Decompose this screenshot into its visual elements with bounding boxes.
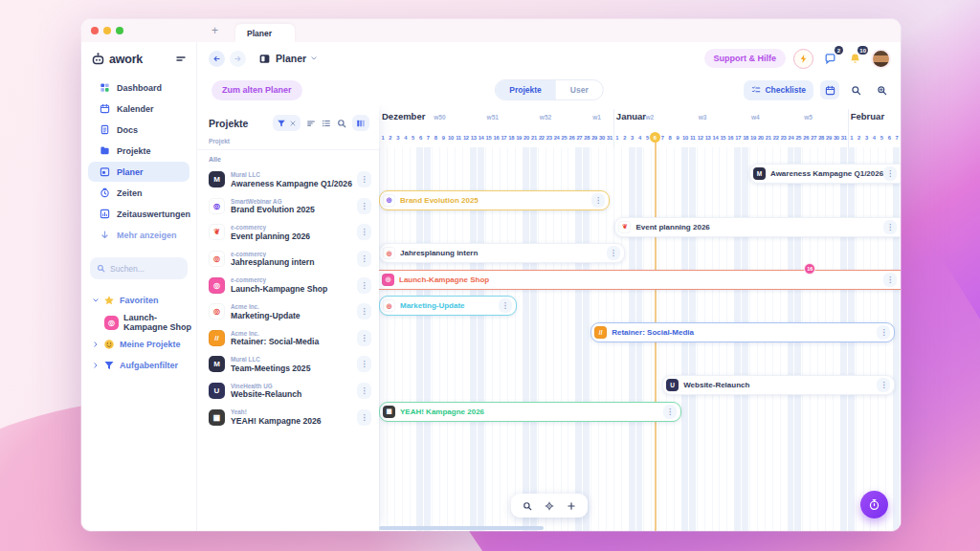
center-today-icon[interactable] <box>545 501 554 511</box>
sidebar-item-zeitauswertungen[interactable]: Zeitauswertungen <box>88 204 189 224</box>
close-window-button[interactable] <box>91 27 99 34</box>
month-label: Dezember <box>382 111 425 121</box>
sidebar-item-kalender[interactable]: Kalender <box>88 99 189 119</box>
gantt-bar[interactable]: ▦YEAH! Kampagne 2026⋮ <box>379 402 681 422</box>
bar-menu-button[interactable]: ⋮ <box>499 298 512 313</box>
quick-actions-button[interactable] <box>793 49 813 69</box>
row-menu-button[interactable]: ⋮ <box>357 171 371 187</box>
gantt-bar[interactable]: ◎Jahresplanung intern⋮ <box>379 243 625 263</box>
project-panel-tools <box>273 115 369 131</box>
bar-menu-button[interactable]: ⋮ <box>883 166 897 181</box>
main-area: Planer Support & Hilfe 2 10 <box>196 42 901 531</box>
row-menu-button[interactable]: ⋮ <box>357 409 371 426</box>
zoom-out-icon[interactable] <box>523 501 532 511</box>
timeline-search-button[interactable] <box>846 80 865 99</box>
zoom-search-icon <box>877 85 887 96</box>
support-help-button[interactable]: Support & Hilfe <box>704 49 787 68</box>
checklist-button[interactable]: Checkliste <box>744 80 813 100</box>
day-number: 23 <box>546 132 553 143</box>
bar-menu-button[interactable]: ⋮ <box>663 405 677 419</box>
gantt-bar[interactable]: ◎Launch-Kampagne Shop⋮ <box>379 270 901 290</box>
gantt-timeline[interactable]: DezemberJanuarFebruarw50w51w52w1w2w3w4w5… <box>379 105 901 531</box>
tab-projekte[interactable]: Projekte <box>495 80 556 99</box>
bar-menu-button[interactable]: ⋮ <box>877 378 890 392</box>
row-menu-button[interactable]: ⋮ <box>357 198 371 214</box>
browser-tab[interactable]: Planer <box>235 24 295 42</box>
day-number: 22 <box>538 132 546 143</box>
time-tracking-fab[interactable] <box>860 491 888 518</box>
sidebar-item-zeiten[interactable]: Zeiten <box>88 183 189 203</box>
gantt-bar[interactable]: //Retainer: Social-Media⋮ <box>590 322 895 342</box>
chat-button[interactable]: 2 <box>821 50 838 67</box>
day-number: 1 <box>613 132 621 143</box>
planner-page-icon <box>258 53 271 65</box>
sidebar-tree-meine-projekte[interactable]: Meine Projekte <box>81 335 196 354</box>
sidebar-item-projekte[interactable]: Projekte <box>88 141 189 161</box>
row-menu-button[interactable]: ⋮ <box>357 224 371 240</box>
gantt-bar[interactable]: ❦Event planning 2026⋮ <box>614 217 901 237</box>
day-number: 17 <box>500 132 507 143</box>
calendar-view-button[interactable] <box>820 80 839 99</box>
chevron-down-icon[interactable] <box>310 55 318 62</box>
gantt-bar[interactable]: UWebsite-Relaunch⋮ <box>662 375 895 395</box>
collapse-sidebar-icon[interactable] <box>175 54 187 65</box>
day-number: 18 <box>742 132 749 143</box>
project-row[interactable]: ◎e-commercyLaunch-Kampagne Shop⋮ <box>197 272 379 298</box>
columns-icon[interactable] <box>356 119 366 128</box>
project-row[interactable]: //Acme Inc.Retainer: Social-Media⋮ <box>197 325 379 352</box>
back-button[interactable] <box>209 51 225 67</box>
list-view-icon[interactable] <box>322 119 331 128</box>
sidebar-tree-aufgabenfilter[interactable]: Aufgabenfilter <box>81 356 196 375</box>
row-menu-button[interactable]: ⋮ <box>357 277 371 294</box>
row-menu-button[interactable]: ⋮ <box>357 330 371 346</box>
project-row[interactable]: ❦e-commercyEvent planning 2026⋮ <box>197 219 379 246</box>
forward-button[interactable] <box>230 51 246 67</box>
row-menu-button[interactable]: ⋮ <box>357 383 371 399</box>
notifications-button[interactable]: 10 <box>846 50 863 67</box>
timeline-zoom-button[interactable] <box>872 80 891 99</box>
user-avatar[interactable] <box>871 49 891 69</box>
filter-funnel-icon[interactable] <box>277 119 286 128</box>
sub-bar: Zum alten Planer ProjekteUser Checkliste <box>197 75 901 105</box>
day-number: 11 <box>455 132 462 143</box>
zoom-in-icon[interactable] <box>567 501 576 511</box>
clear-filter-icon[interactable] <box>289 120 297 127</box>
bar-menu-button[interactable]: ⋮ <box>607 246 620 260</box>
sidebar-item-planer[interactable]: Planer <box>88 162 189 182</box>
horizontal-scrollbar[interactable] <box>379 526 544 530</box>
sidebar-item-more[interactable]: Mehr anzeigen <box>88 225 189 245</box>
row-menu-button[interactable]: ⋮ <box>357 356 371 372</box>
row-menu-button[interactable]: ⋮ <box>357 251 371 267</box>
tab-user[interactable]: User <box>556 80 603 99</box>
sidebar-item-docs[interactable]: Docs <box>88 120 189 140</box>
day-number: 12 <box>697 132 704 143</box>
gantt-bar[interactable]: MAwareness Kampagne Q1/2026⋮ <box>749 164 901 184</box>
bar-menu-button[interactable]: ⋮ <box>883 273 897 287</box>
project-row[interactable]: ▦Yeah!YEAH! Kampagne 2026⋮ <box>197 404 379 430</box>
dashboard-icon <box>100 82 110 93</box>
gantt-bar[interactable]: ◎Marketing-Update⋮ <box>379 296 517 316</box>
project-row[interactable]: MMural LLCAwareness Kampagne Q1/2026⋮ <box>197 166 379 193</box>
sidebar-favorite-project[interactable]: ◎ Launch-Kampagne Shop <box>81 312 196 333</box>
minimize-window-button[interactable] <box>103 27 111 34</box>
maximize-window-button[interactable] <box>116 27 123 34</box>
search-projects-icon[interactable] <box>337 119 346 128</box>
search-input[interactable] <box>110 264 177 274</box>
row-menu-button[interactable]: ⋮ <box>357 303 371 320</box>
favorites-section[interactable]: Favoriten <box>81 291 196 310</box>
sort-icon[interactable] <box>306 119 316 128</box>
day-number: 21 <box>765 132 772 143</box>
bar-menu-button[interactable]: ⋮ <box>877 325 890 340</box>
project-row[interactable]: MMural LLCTeam-Meetings 2025⋮ <box>197 351 379 378</box>
new-tab-button[interactable]: + <box>212 24 218 37</box>
project-row[interactable]: ◎Acme Inc.Marketing-Update⋮ <box>197 298 379 325</box>
bar-menu-button[interactable]: ⋮ <box>883 220 897 234</box>
gantt-bar[interactable]: ◎Brand Evolution 2025⋮ <box>379 190 610 210</box>
bar-menu-button[interactable]: ⋮ <box>591 193 605 208</box>
project-row[interactable]: ◎e-commercyJahresplanung intern⋮ <box>197 246 379 273</box>
sidebar-search[interactable] <box>90 257 188 279</box>
old-planner-button[interactable]: Zum alten Planer <box>212 80 302 100</box>
project-row[interactable]: UVineHealth UGWebsite-Relaunch⋮ <box>197 378 379 405</box>
project-row[interactable]: ◎SmartWebinar AGBrand Evolution 2025⋮ <box>197 193 379 220</box>
sidebar-item-dashboard[interactable]: Dashboard <box>88 77 189 98</box>
